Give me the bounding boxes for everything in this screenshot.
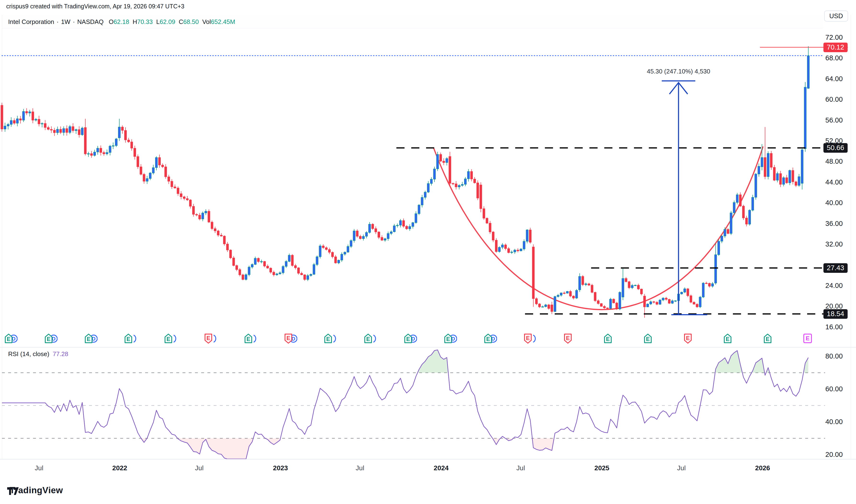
svg-text:E: E: [207, 335, 210, 341]
price-tick-68.00[interactable]: 68.00: [825, 54, 843, 62]
time-label-Jul[interactable]: Jul: [677, 464, 686, 472]
candlesticks: [1, 46, 809, 318]
rsi-tick-20.00[interactable]: 20.00: [825, 451, 843, 458]
svg-text:E: E: [7, 336, 11, 342]
earnings-beat-icon[interactable]: E: [244, 333, 257, 346]
earnings-beat-icon[interactable]: DE: [44, 333, 57, 346]
price-range-measure-arrow[interactable]: [662, 81, 707, 315]
earnings-beat-icon[interactable]: DE: [484, 333, 497, 346]
tradingview-logo[interactable]: TradingView: [7, 485, 63, 496]
earnings-beat-icon[interactable]: E: [364, 333, 377, 346]
price-tick-40.00[interactable]: 40.00: [825, 199, 843, 207]
earnings-upcoming-icon[interactable]: E: [803, 333, 817, 346]
time-label-Jul[interactable]: Jul: [356, 464, 364, 472]
earnings-beat-icon[interactable]: DE: [404, 333, 417, 346]
measure-annotation-label[interactable]: 45.30 (247.10%) 4,530: [647, 68, 710, 75]
svg-text:E: E: [486, 336, 490, 342]
earnings-beat-icon[interactable]: E: [603, 333, 617, 346]
time-label-2023[interactable]: 2023: [273, 464, 288, 472]
price-tick-64.00[interactable]: 64.00: [825, 75, 843, 83]
earnings-miss-icon[interactable]: E: [683, 333, 697, 346]
price-chip-18.54: 18.54: [823, 309, 848, 319]
earnings-miss-icon[interactable]: E: [523, 333, 537, 346]
rsi-line[interactable]: [2, 350, 808, 459]
svg-text:E: E: [526, 335, 530, 341]
svg-text:E: E: [566, 335, 570, 341]
svg-text:E: E: [646, 336, 650, 342]
svg-text:E: E: [167, 336, 170, 342]
svg-text:E: E: [406, 336, 410, 342]
price-and-rsi-plot[interactable]: [0, 0, 856, 504]
time-axis-separator[interactable]: [0, 459, 856, 460]
time-label-2026[interactable]: 2026: [755, 464, 770, 472]
svg-text:E: E: [87, 336, 90, 342]
svg-text:E: E: [366, 336, 370, 342]
time-label-2025[interactable]: 2025: [594, 464, 609, 472]
price-tick-16.00[interactable]: 16.00: [825, 323, 843, 331]
time-label-2024[interactable]: 2024: [434, 464, 449, 472]
svg-text:E: E: [686, 335, 690, 341]
price-chip-27.43: 27.43: [823, 263, 848, 273]
price-tick-36.00[interactable]: 36.00: [825, 220, 843, 228]
earnings-beat-icon[interactable]: E: [124, 333, 137, 346]
rsi-indicator-value: 77.28: [53, 350, 68, 358]
rsi-tick-60.00[interactable]: 60.00: [825, 385, 843, 393]
svg-text:E: E: [606, 336, 610, 342]
rsi-tick-80.00[interactable]: 80.00: [825, 352, 843, 360]
svg-text:E: E: [47, 336, 51, 342]
price-tick-56.00[interactable]: 56.00: [825, 116, 843, 124]
earnings-beat-icon[interactable]: DE: [4, 333, 17, 346]
time-label-Jul[interactable]: Jul: [517, 464, 525, 472]
earnings-beat-icon[interactable]: E: [324, 333, 337, 346]
svg-text:E: E: [326, 336, 330, 342]
svg-text:E: E: [126, 336, 130, 342]
svg-text:E: E: [286, 335, 290, 341]
price-chip-70.12: 70.12: [823, 42, 848, 52]
time-label-Jul[interactable]: Jul: [35, 464, 43, 472]
price-chip-50.66: 50.66: [823, 143, 848, 153]
svg-text:E: E: [446, 336, 450, 342]
price-tick-48.00[interactable]: 48.00: [825, 158, 843, 165]
earnings-miss-icon[interactable]: E: [204, 333, 217, 346]
tradingview-logo-icon: [7, 485, 19, 497]
earnings-beat-icon[interactable]: E: [723, 333, 736, 346]
time-label-2022[interactable]: 2022: [112, 464, 127, 472]
panel-separator[interactable]: [0, 347, 856, 347]
price-tick-24.00[interactable]: 24.00: [825, 282, 843, 290]
price-tick-72.00[interactable]: 72.00: [825, 34, 843, 41]
rsi-indicator-name[interactable]: RSI (14, close): [8, 350, 49, 358]
price-tick-32.00[interactable]: 32.00: [825, 240, 843, 248]
earnings-beat-icon[interactable]: DE: [443, 333, 457, 346]
time-label-Jul[interactable]: Jul: [195, 464, 204, 472]
earnings-beat-icon[interactable]: E: [164, 333, 177, 346]
svg-text:E: E: [246, 336, 250, 342]
svg-text:E: E: [726, 336, 730, 342]
svg-text:E: E: [806, 335, 809, 342]
price-tick-60.00[interactable]: 60.00: [825, 95, 843, 103]
earnings-beat-icon[interactable]: DE: [84, 333, 98, 346]
earnings-beat-icon[interactable]: E: [643, 333, 657, 346]
price-tick-44.00[interactable]: 44.00: [825, 178, 843, 186]
earnings-miss-icon[interactable]: DE: [284, 333, 297, 346]
rsi-tick-40.00[interactable]: 40.00: [825, 418, 843, 426]
rsi-indicator-legend[interactable]: RSI (14, close)77.28: [8, 350, 68, 358]
earnings-miss-icon[interactable]: E: [563, 333, 577, 346]
earnings-beat-icon[interactable]: E: [763, 333, 776, 346]
svg-text:E: E: [766, 336, 770, 342]
chart-window: crispus9 created with TradingView.com, A…: [0, 0, 856, 504]
